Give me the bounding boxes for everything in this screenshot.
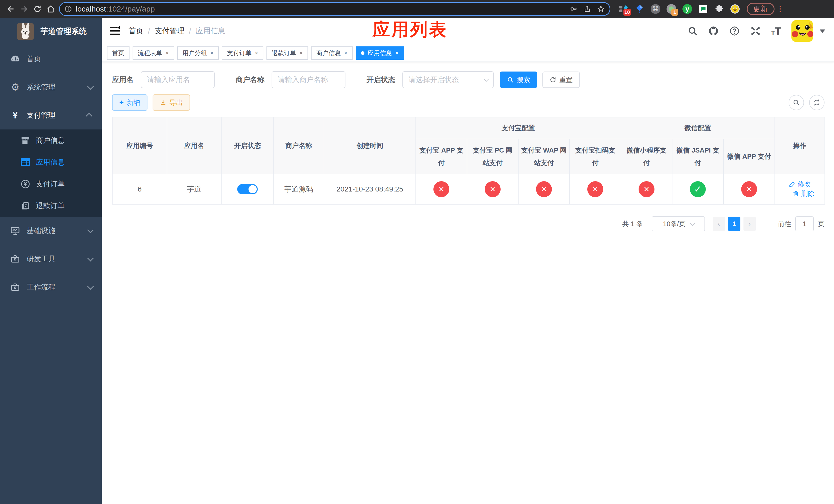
edit-pencil-icon: [789, 181, 795, 187]
tab-user-group[interactable]: 用户分组×: [177, 46, 219, 60]
col-alipay-wap: 支付宝 WAP 网站支付: [518, 139, 570, 174]
sidebar-item-merchant-info[interactable]: 商户信息: [0, 130, 102, 151]
user-avatar[interactable]: [791, 20, 813, 42]
page-size-select[interactable]: 10条/页: [652, 216, 705, 231]
avatar-caret-icon[interactable]: [820, 29, 825, 33]
fullscreen-icon[interactable]: [750, 26, 761, 37]
refresh-icon: [813, 99, 820, 106]
page-size-value: 10条/页: [663, 220, 685, 228]
breadcrumb-section[interactable]: 支付管理: [155, 26, 184, 36]
chevron-down-icon: [87, 283, 94, 290]
extension-y-icon[interactable]: y: [682, 4, 693, 14]
tab-label: 首页: [112, 49, 124, 57]
edit-link[interactable]: 修改: [789, 180, 811, 189]
refresh-button[interactable]: [809, 95, 825, 110]
close-icon[interactable]: ×: [255, 49, 258, 56]
chevron-down-icon: [690, 221, 695, 226]
add-button[interactable]: + 新增: [112, 94, 148, 111]
reset-button[interactable]: 重置: [543, 71, 580, 88]
cell-wx-jsapi: ✓: [672, 174, 723, 204]
font-size-icon[interactable]: TT: [771, 26, 781, 36]
extension-kite-icon[interactable]: [635, 4, 645, 14]
close-icon[interactable]: ×: [344, 49, 348, 56]
tab-refund-order[interactable]: 退款订单×: [266, 46, 308, 60]
sidebar-item-app-info[interactable]: 应用信息: [0, 151, 102, 173]
sidebar-item-dev-tools[interactable]: 研发工具: [0, 245, 102, 273]
url-text: localhost:1024/pay/app: [76, 5, 564, 13]
yen-icon: ¥: [9, 111, 21, 120]
search-button[interactable]: 搜索: [500, 71, 537, 88]
help-icon[interactable]: [729, 26, 740, 37]
extensions-puzzle-icon[interactable]: [714, 4, 724, 14]
app-name-input[interactable]: [141, 71, 215, 88]
prev-page-button[interactable]: ‹: [713, 216, 725, 231]
browser-menu-icon[interactable]: ⋮: [776, 6, 781, 11]
url-bar[interactable]: localhost:1024/pay/app: [59, 2, 610, 16]
cell-actions: 修改 删除: [775, 174, 825, 204]
tab-pay-order[interactable]: 支付订单×: [222, 46, 263, 60]
page-number-1[interactable]: 1: [728, 216, 740, 231]
col-actions: 操作: [775, 117, 825, 174]
app-logo[interactable]: 芋道管理系统: [0, 18, 102, 45]
sidebar-item-workflow[interactable]: 工作流程: [0, 273, 102, 301]
export-button[interactable]: 导出: [153, 94, 190, 111]
pagination-total: 共 1 条: [622, 220, 643, 228]
reload-icon[interactable]: [31, 2, 44, 16]
password-key-icon[interactable]: [570, 5, 578, 13]
browser-profile-avatar[interactable]: [730, 4, 740, 14]
extension-command-icon[interactable]: ⌘: [650, 4, 661, 14]
store-icon: [20, 135, 31, 145]
sidebar-fold-icon[interactable]: [110, 26, 121, 36]
chevron-down-icon: [87, 227, 94, 233]
home-icon[interactable]: [44, 2, 58, 16]
breadcrumb-home[interactable]: 首页: [129, 26, 144, 36]
sidebar-item-payment[interactable]: ¥ 支付管理: [0, 101, 102, 130]
refresh-icon: [550, 76, 556, 83]
extension-badge: 10: [623, 9, 631, 16]
close-icon[interactable]: ×: [299, 49, 303, 56]
close-icon[interactable]: ×: [166, 49, 169, 56]
forward-icon[interactable]: [18, 2, 31, 16]
sidebar-item-home[interactable]: 首页: [0, 45, 102, 73]
select-placeholder: 请选择开启状态: [409, 75, 459, 85]
tab-home[interactable]: 首页: [107, 46, 130, 60]
bookmark-star-icon[interactable]: [597, 5, 605, 13]
site-info-icon[interactable]: [64, 5, 72, 13]
extension-vue-icon[interactable]: 10: [619, 4, 629, 14]
back-icon[interactable]: [4, 2, 18, 16]
github-icon[interactable]: [708, 26, 719, 37]
status-label: 开启状态: [367, 75, 395, 85]
status-select[interactable]: 请选择开启状态: [402, 71, 494, 88]
browser-update-button[interactable]: 更新: [747, 3, 774, 15]
extension-chat-icon[interactable]: [698, 4, 708, 14]
tab-process-form[interactable]: 流程表单×: [133, 46, 174, 60]
cell-merchant: 芋道源码: [273, 174, 324, 204]
status-badge: ×: [587, 181, 603, 197]
share-icon[interactable]: [584, 5, 591, 13]
goto-page-input[interactable]: [795, 216, 814, 231]
merchant-name-input[interactable]: [271, 71, 346, 88]
delete-link[interactable]: 删除: [792, 189, 814, 198]
close-icon[interactable]: ×: [210, 49, 214, 56]
sidebar-item-system[interactable]: ⚙ 系统管理: [0, 73, 102, 101]
row-status-switch[interactable]: [237, 184, 258, 194]
close-icon[interactable]: ×: [395, 49, 399, 56]
tab-app-info[interactable]: 应用信息×: [356, 46, 404, 60]
cell-alipay-wap: ×: [518, 174, 570, 204]
active-dot: [361, 51, 365, 55]
download-icon: [160, 99, 167, 106]
app-title: 芋道管理系统: [41, 26, 87, 37]
cell-alipay-qr: ×: [570, 174, 621, 204]
sidebar-item-label: 商户信息: [36, 136, 65, 145]
tab-merchant-info[interactable]: 商户信息×: [311, 46, 353, 60]
sidebar-item-refund-order[interactable]: 退款订单: [0, 195, 102, 216]
toggle-search-button[interactable]: [789, 95, 804, 110]
sidebar-item-infrastructure[interactable]: 基础设施: [0, 216, 102, 245]
next-page-button[interactable]: ›: [744, 216, 756, 231]
sidebar-item-label: 首页: [27, 54, 41, 64]
search-icon[interactable]: [687, 26, 698, 36]
sidebar-item-pay-order[interactable]: 支付订单: [0, 173, 102, 195]
extension-proxy-icon[interactable]: 1: [666, 4, 677, 14]
status-badge: ×: [433, 181, 449, 197]
navbar-actions: TT: [687, 20, 825, 42]
